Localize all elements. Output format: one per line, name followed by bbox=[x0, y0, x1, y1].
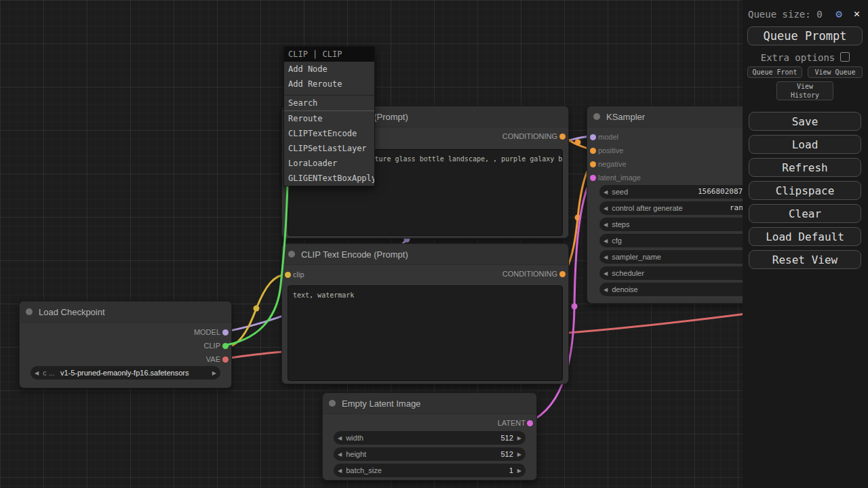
widget-value: 512 bbox=[500, 434, 513, 442]
collapse-dot[interactable] bbox=[329, 400, 336, 407]
denoise-widget[interactable]: ◀ denoise bbox=[599, 283, 758, 296]
left-arrow-icon[interactable]: ◀ bbox=[31, 370, 43, 376]
menu-item-reroute[interactable]: Reroute bbox=[284, 111, 374, 126]
widget-label: height bbox=[346, 450, 366, 458]
node-load-checkpoint[interactable]: Load Checkpoint MODEL CLIP VAE ◀ c ... v… bbox=[19, 301, 232, 388]
sidebar-menu: Queue size: 0 ⚙ ✕ Queue Prompt Extra opt… bbox=[743, 0, 868, 488]
height-widget[interactable]: ◀ height 512 ▶ bbox=[334, 447, 526, 461]
left-arrow-icon[interactable]: ◀ bbox=[599, 222, 612, 228]
reset-view-button[interactable]: Reset View bbox=[749, 250, 861, 269]
sampler-name-widget[interactable]: ◀ sampler_name bbox=[599, 250, 758, 264]
input-port-latent-image[interactable] bbox=[590, 175, 596, 181]
view-queue-button[interactable]: View Queue bbox=[808, 66, 863, 78]
node-title: Empty Latent Image bbox=[342, 399, 420, 409]
widget-value: 1566802087 bbox=[698, 187, 743, 196]
batch-size-widget[interactable]: ◀ batch_size 1 ▶ bbox=[334, 464, 526, 477]
menu-item-add-node[interactable]: Add Node bbox=[284, 62, 374, 77]
node-empty-latent-image[interactable]: Empty Latent Image LATENT ◀ width 512 ▶ … bbox=[322, 392, 537, 481]
output-label-latent: LATENT bbox=[498, 419, 526, 427]
width-widget[interactable]: ◀ width 512 ▶ bbox=[334, 431, 526, 445]
scheduler-widget[interactable]: ◀ scheduler bbox=[599, 266, 758, 280]
view-history-button[interactable]: View History bbox=[776, 81, 833, 100]
output-label-conditioning: CONDITIONING bbox=[502, 270, 557, 278]
extra-options-row: Extra options bbox=[743, 52, 868, 63]
left-arrow-icon[interactable]: ◀ bbox=[599, 205, 612, 211]
left-arrow-icon[interactable]: ◀ bbox=[599, 189, 612, 195]
output-port-model[interactable] bbox=[222, 329, 229, 336]
extra-options-label: Extra options bbox=[761, 52, 835, 63]
output-port-conditioning[interactable] bbox=[559, 134, 566, 140]
node-header[interactable]: Empty Latent Image bbox=[323, 393, 536, 414]
menu-item-search[interactable]: Search bbox=[284, 95, 374, 111]
input-port-positive[interactable] bbox=[590, 148, 596, 154]
ckpt-label: c ... bbox=[43, 369, 55, 377]
widget-label: batch_size bbox=[346, 466, 382, 474]
clipspace-button[interactable]: Clipspace bbox=[749, 181, 861, 200]
collapse-dot[interactable] bbox=[26, 308, 33, 315]
output-port-conditioning[interactable] bbox=[559, 271, 566, 277]
input-label-positive: positive bbox=[598, 146, 623, 155]
extra-options-checkbox[interactable] bbox=[840, 52, 850, 62]
node-ksampler[interactable]: KSampler model positive negative latent_… bbox=[587, 106, 768, 304]
queue-buttons-row: Queue Front View Queue bbox=[747, 66, 863, 78]
right-arrow-icon[interactable]: ▶ bbox=[513, 451, 526, 458]
control-after-generate-widget[interactable]: ◀ control after generate randomize bbox=[599, 201, 758, 215]
input-label-model: model bbox=[598, 133, 618, 141]
left-arrow-icon[interactable]: ◀ bbox=[334, 451, 346, 458]
left-arrow-icon[interactable]: ◀ bbox=[599, 287, 612, 293]
node-header[interactable]: CLIP Text Encode (Prompt) bbox=[282, 244, 568, 265]
refresh-button[interactable]: Refresh bbox=[749, 158, 861, 177]
widget-label: steps bbox=[612, 220, 629, 228]
input-port-model[interactable] bbox=[590, 134, 596, 140]
widget-label: cfg bbox=[612, 237, 622, 245]
node-clip-text-encode-bottom[interactable]: CLIP Text Encode (Prompt) clip CONDITION… bbox=[281, 243, 569, 384]
seed-widget[interactable]: ◀ seed 1566802087 bbox=[599, 185, 758, 199]
prompt-textarea[interactable]: text, watermark bbox=[288, 285, 563, 381]
widget-label: width bbox=[346, 434, 363, 442]
input-label-latent-image: latent_image bbox=[598, 174, 641, 182]
menu-item-gligentextboxapply[interactable]: GLIGENTextBoxApply bbox=[284, 171, 374, 186]
widget-label: sampler_name bbox=[612, 253, 661, 261]
output-port-clip[interactable] bbox=[222, 343, 229, 349]
clear-button[interactable]: Clear bbox=[749, 204, 861, 223]
cfg-widget[interactable]: ◀ cfg bbox=[599, 234, 758, 247]
load-default-button[interactable]: Load Default bbox=[749, 227, 861, 246]
steps-widget[interactable]: ◀ steps bbox=[599, 218, 758, 231]
save-button[interactable]: Save bbox=[749, 112, 861, 131]
queue-prompt-button[interactable]: Queue Prompt bbox=[747, 26, 863, 45]
node-header[interactable]: KSampler bbox=[587, 106, 767, 127]
output-port-latent[interactable] bbox=[527, 420, 533, 426]
left-arrow-icon[interactable]: ◀ bbox=[599, 238, 612, 244]
node-title: CLIP Text Encode (Prompt) bbox=[301, 249, 408, 260]
settings-gear-icon[interactable]: ⚙ bbox=[835, 7, 842, 20]
left-arrow-icon[interactable]: ◀ bbox=[334, 468, 346, 474]
left-arrow-icon[interactable]: ◀ bbox=[334, 435, 346, 441]
input-label-negative: negative bbox=[598, 160, 627, 168]
right-arrow-icon[interactable]: ▶ bbox=[208, 370, 220, 376]
output-label-model: MODEL bbox=[194, 328, 220, 336]
queue-size-label: Queue size: 0 bbox=[748, 9, 823, 20]
left-arrow-icon[interactable]: ◀ bbox=[599, 270, 612, 277]
node-header[interactable]: Load Checkpoint bbox=[20, 302, 231, 323]
right-arrow-icon[interactable]: ▶ bbox=[513, 468, 526, 474]
menu-item-add-reroute[interactable]: Add Reroute bbox=[284, 77, 374, 92]
close-icon[interactable]: ✕ bbox=[854, 7, 860, 20]
widget-label: control after generate bbox=[612, 204, 683, 212]
menu-item-loraloader[interactable]: LoraLoader bbox=[284, 156, 374, 171]
output-label-clip: CLIP bbox=[204, 342, 220, 350]
collapse-dot[interactable] bbox=[593, 113, 600, 120]
input-port-negative[interactable] bbox=[590, 161, 596, 167]
right-arrow-icon[interactable]: ▶ bbox=[513, 435, 526, 441]
output-label-conditioning: CONDITIONING bbox=[502, 132, 557, 140]
left-arrow-icon[interactable]: ◀ bbox=[599, 254, 612, 260]
widget-label: seed bbox=[612, 188, 628, 196]
menu-item-clipsetlastlayer[interactable]: CLIPSetLastLayer bbox=[284, 141, 374, 156]
output-port-vae[interactable] bbox=[222, 357, 229, 363]
ckpt-name-combo[interactable]: ◀ c ... v1-5-pruned-emaonly-fp16.safeten… bbox=[31, 366, 220, 380]
menu-item-cliptextencode[interactable]: CLIPTextEncode bbox=[284, 126, 374, 141]
input-port-clip[interactable] bbox=[285, 272, 291, 278]
load-button[interactable]: Load bbox=[749, 135, 861, 154]
collapse-dot[interactable] bbox=[288, 251, 295, 258]
sidebar-actions: Save Load Refresh Clipspace Clear Load D… bbox=[749, 112, 861, 269]
queue-front-button[interactable]: Queue Front bbox=[747, 66, 802, 78]
